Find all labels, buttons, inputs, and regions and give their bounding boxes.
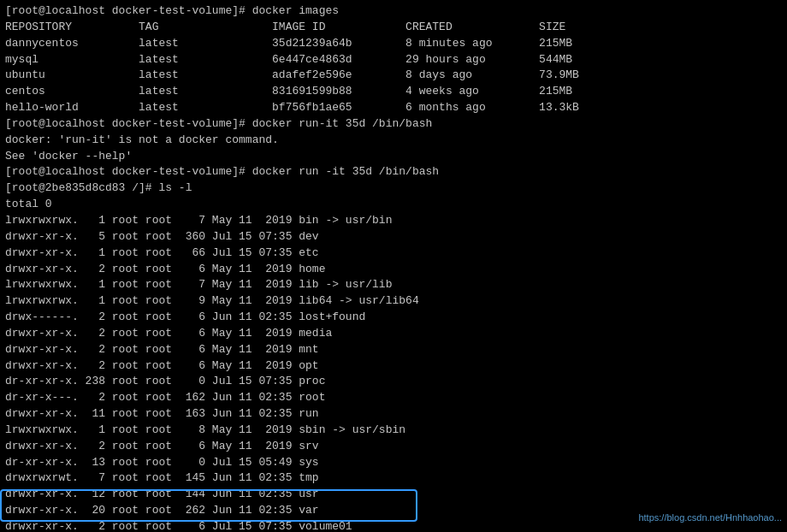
terminal-line: mysql latest 6e447ce4863d 29 hours ago 5…	[5, 52, 782, 68]
terminal-line: ubuntu latest adafef2e596e 8 days ago 73…	[5, 68, 782, 84]
terminal-line: dr-xr-xr-x. 238 root root 0 Jul 15 07:35…	[5, 374, 782, 390]
terminal-line: docker: 'run-it' is not a docker command…	[5, 133, 782, 149]
terminal-line: drwxr-xr-x. 11 root root 163 Jun 11 02:3…	[5, 406, 782, 423]
terminal-line: drwx------. 2 root root 6 Jun 11 02:35 l…	[5, 310, 782, 326]
terminal-line: drwxrwxrwt. 7 root root 145 Jun 11 02:35…	[5, 470, 782, 487]
terminal-line: dr-xr-xr-x. 13 root root 0 Jul 15 05:49 …	[5, 455, 782, 471]
terminal-line: lrwxrwxrwx. 1 root root 9 May 11 2019 li…	[5, 293, 782, 310]
terminal-line: hello-world latest bf756fb1ae65 6 months…	[5, 100, 782, 116]
terminal-line: dannycentos latest 35d21239a64b 8 minute…	[5, 36, 782, 52]
terminal-line: See 'docker --help'	[5, 149, 782, 165]
terminal-line: [root@localhost docker-test-volume]# doc…	[5, 3, 782, 20]
watermark: https://blog.csdn.net/Hnhhaohao...	[638, 511, 782, 525]
terminal-line: drwxr-xr-x. 2 root root 6 May 11 2019 op…	[5, 358, 782, 375]
terminal: [root@localhost docker-test-volume]# doc…	[0, 0, 787, 532]
terminal-line: drwxr-xr-x. 2 root root 6 May 11 2019 mn…	[5, 342, 782, 358]
terminal-line: centos latest 831691599b88 4 weeks ago 2…	[5, 84, 782, 100]
terminal-line: lrwxrwxrwx. 1 root root 7 May 11 2019 bi…	[5, 213, 782, 229]
terminal-line: drwxr-xr-x. 2 root root 6 May 11 2019 ho…	[5, 262, 782, 278]
terminal-line: REPOSITORY TAG IMAGE ID CREATED SIZE	[5, 20, 782, 36]
terminal-line: lrwxrwxrwx. 1 root root 8 May 11 2019 sb…	[5, 423, 782, 439]
terminal-line: total 0	[5, 197, 782, 213]
terminal-line: drwxr-xr-x. 1 root root 66 Jul 15 07:35 …	[5, 245, 782, 262]
terminal-line: [root@2be835d8cd83 /]# ls -l	[5, 180, 782, 197]
terminal-line: drwxr-xr-x. 2 root root 6 May 11 2019 sr…	[5, 439, 782, 455]
terminal-line: drwxr-xr-x. 2 root root 6 May 11 2019 me…	[5, 326, 782, 342]
terminal-line: [root@localhost docker-test-volume]# doc…	[5, 164, 782, 180]
terminal-line: [root@localhost docker-test-volume]# doc…	[5, 116, 782, 133]
terminal-line: drwxr-xr-x. 5 root root 360 Jul 15 07:35…	[5, 229, 782, 245]
terminal-output: [root@localhost docker-test-volume]# doc…	[5, 3, 782, 532]
terminal-line: dr-xr-x---. 2 root root 162 Jun 11 02:35…	[5, 390, 782, 406]
terminal-line: lrwxrwxrwx. 1 root root 7 May 11 2019 li…	[5, 277, 782, 293]
terminal-line: drwxr-xr-x. 12 root root 144 Jun 11 02:3…	[5, 487, 782, 503]
